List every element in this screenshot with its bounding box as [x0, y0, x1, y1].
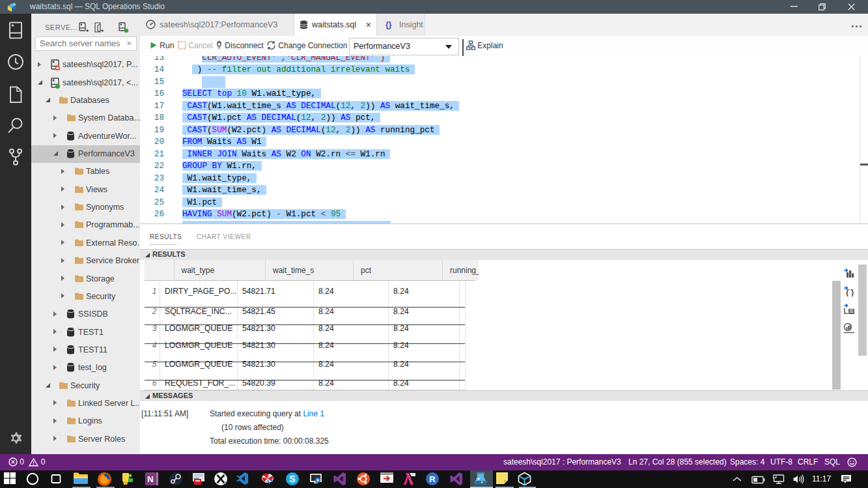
svg-text:R: R — [429, 474, 436, 484]
svg-text:{}: {} — [845, 289, 854, 296]
svg-text:N: N — [147, 474, 153, 484]
svg-text:S: S — [289, 474, 295, 484]
